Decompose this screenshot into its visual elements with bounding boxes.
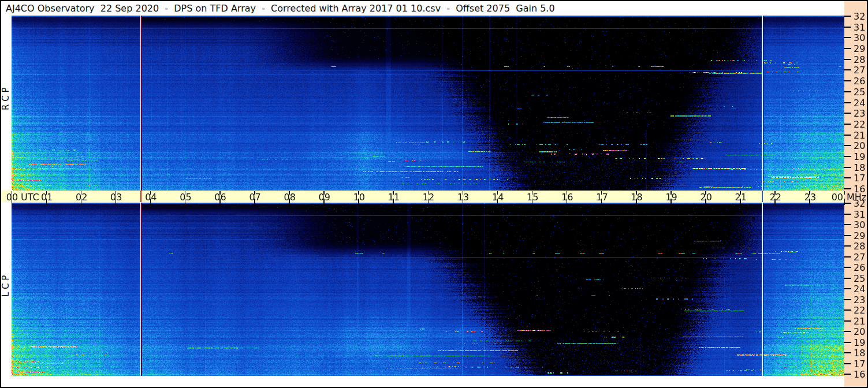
time-tick-label: 06 — [214, 192, 228, 203]
freq-tick-label: 17 — [854, 173, 865, 184]
freq-tick — [844, 102, 851, 103]
freq-tick — [844, 309, 851, 311]
freq-tick-label: 31 — [854, 209, 865, 220]
time-tick-top — [844, 191, 845, 195]
lcp-spectrogram — [12, 203, 844, 376]
freq-tick — [844, 135, 851, 136]
freq-tick-label: 29 — [854, 43, 865, 54]
time-tick-label: 14 — [491, 192, 505, 203]
blue-marker-strip — [762, 191, 763, 202]
freq-tick — [844, 299, 851, 300]
freq-tick-label: 26 — [854, 262, 865, 273]
freq-tick — [844, 203, 851, 204]
time-tick-label: 02 — [74, 192, 88, 203]
freq-tick — [844, 245, 851, 247]
freq-tick — [844, 320, 851, 322]
freq-tick — [844, 188, 851, 189]
freq-tick — [844, 177, 851, 178]
freq-tick — [844, 124, 851, 125]
freq-tick-label: 30 — [854, 32, 865, 43]
freq-tick-label: 21 — [854, 130, 865, 141]
freq-tick-label: 19 — [854, 337, 865, 348]
time-tick-label: 17 — [595, 192, 609, 203]
freq-tick-label: 20 — [854, 140, 865, 151]
title-bar: AJ4CO Observatory 22 Sep 2020 - DPS on T… — [1, 1, 844, 16]
time-tick-label: 03 — [109, 192, 123, 203]
freq-tick — [844, 59, 851, 60]
time-tick-label: 20 — [699, 192, 713, 203]
freq-tick-label: 18 — [854, 348, 865, 359]
freq-tick-label: 25 — [854, 87, 865, 98]
time-tick-bottom — [844, 199, 845, 205]
time-axis-unit-label: UTC — [21, 192, 39, 203]
time-tick-label: 13 — [456, 192, 470, 203]
time-tick-label: 09 — [318, 192, 331, 203]
time-tick-label: 12 — [422, 192, 435, 203]
time-tick-label: 08 — [283, 192, 297, 203]
time-tick-label: 00 — [829, 192, 843, 203]
freq-tick — [844, 48, 851, 49]
rcp-axis-label: R C P — [1, 98, 11, 110]
freq-tick — [844, 331, 851, 332]
rcp-spectrogram — [12, 16, 844, 191]
time-tick-label: 19 — [665, 192, 679, 203]
freq-tick — [844, 214, 851, 215]
freq-tick — [844, 256, 851, 258]
freq-tick-label: 31 — [854, 22, 865, 33]
freq-tick — [844, 352, 851, 353]
time-tick-label: 00 — [5, 192, 19, 203]
freq-tick — [844, 224, 851, 225]
freq-tick — [844, 37, 851, 38]
freq-tick — [844, 80, 851, 81]
freq-tick-label: 19 — [854, 151, 865, 162]
freq-tick-label: 23 — [854, 108, 865, 119]
freq-tick-label: 30 — [854, 219, 865, 230]
time-tick-label: 23 — [803, 192, 817, 203]
freq-tick-label: 28 — [854, 241, 865, 252]
freq-tick-label: 27 — [854, 65, 865, 76]
freq-tick-label: 29 — [854, 230, 865, 241]
freq-tick-label: 16 — [854, 184, 865, 195]
freq-tick — [844, 267, 851, 268]
freq-tick-label: 21 — [854, 316, 865, 327]
time-tick-label: 10 — [352, 192, 366, 203]
time-tick-label: 21 — [734, 192, 748, 203]
freq-tick-label: 23 — [854, 294, 865, 305]
freq-tick-label: 27 — [854, 252, 865, 263]
freq-tick — [844, 145, 851, 146]
time-tick-label: 16 — [560, 192, 574, 203]
freq-tick-label: 24 — [854, 283, 865, 294]
freq-tick — [844, 16, 851, 17]
freq-tick — [844, 91, 851, 92]
freq-tick — [844, 363, 851, 364]
time-tick-label: 18 — [630, 192, 644, 203]
dps-display: AJ4CO Observatory 22 Sep 2020 - DPS on T… — [0, 0, 868, 388]
red-marker-strip — [140, 191, 141, 202]
freq-tick — [844, 374, 851, 375]
freq-tick — [844, 235, 851, 236]
freq-tick-label: 20 — [854, 326, 865, 337]
freq-tick — [844, 27, 851, 28]
freq-tick — [844, 288, 851, 289]
freq-tick-label: 32 — [854, 11, 865, 22]
freq-tick — [844, 167, 851, 168]
freq-tick-label: 22 — [854, 305, 865, 316]
lcp-axis-label: L C P — [1, 284, 11, 297]
freq-tick — [844, 278, 851, 279]
freq-tick — [844, 113, 851, 114]
time-tick-label: 01 — [40, 192, 54, 203]
freq-tick — [844, 156, 851, 157]
freq-tick-label: 22 — [854, 119, 865, 130]
time-tick-label: 05 — [178, 192, 192, 203]
page-title: AJ4CO Observatory 22 Sep 2020 - DPS on T… — [6, 3, 555, 14]
time-tick-label: 04 — [144, 192, 158, 203]
time-tick-label: 07 — [248, 192, 262, 203]
freq-tick-label: 32 — [854, 198, 865, 209]
time-tick-label: 15 — [526, 192, 539, 203]
freq-tick — [844, 342, 851, 343]
freq-tick-label: 17 — [854, 359, 865, 370]
freq-tick-label: 16 — [854, 369, 865, 380]
freq-tick-label: 26 — [854, 76, 865, 87]
freq-tick-label: 24 — [854, 98, 865, 109]
freq-tick-label: 18 — [854, 162, 865, 173]
